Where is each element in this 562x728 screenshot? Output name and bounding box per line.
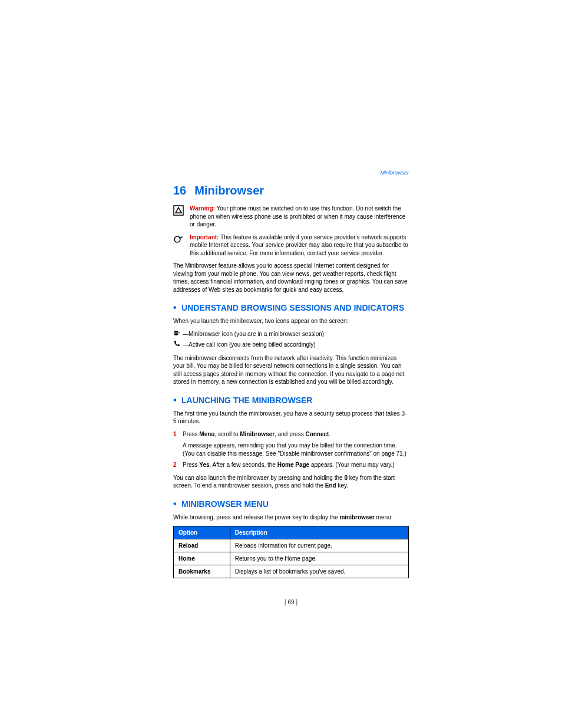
option-cell: Bookmarks: [174, 565, 230, 578]
warning-callout: Warning: Your phone must be switched on …: [173, 205, 409, 229]
step-1-number: 1: [173, 430, 183, 439]
page-number: [ 69 ]: [173, 599, 409, 605]
globe-icon: [173, 330, 180, 338]
table-row: Home Returns you to the Home page.: [174, 552, 409, 565]
important-icon: [173, 233, 190, 245]
section2-p2: You can also launch the minibrowser by p…: [173, 474, 409, 490]
option-cell: Home: [174, 552, 230, 565]
table-header-row: Option Description: [174, 526, 409, 539]
chapter-name: Minibrowser: [194, 184, 264, 197]
intro-paragraph: The Minibrowser feature allows you to ac…: [173, 262, 409, 294]
step-2-number: 2: [173, 461, 183, 469]
page-content: Minibrowser 16Minibrowser Warning: Your …: [173, 170, 409, 578]
section-heading-1: UNDERSTAND BROWSING SESSIONS AND INDICAT…: [173, 303, 409, 312]
section1-p2: The minibrowser disconnects from the net…: [173, 354, 409, 386]
section2-p1: The first time you launch the minibrowse…: [173, 410, 409, 426]
table-row: Reload Reloads information for current p…: [174, 539, 409, 552]
description-cell: Returns you to the Home page.: [230, 552, 408, 565]
section-heading-2: LAUNCHING THE MINIBROWSER: [173, 396, 409, 405]
option-cell: Reload: [174, 539, 230, 552]
svg-point-2: [174, 331, 178, 335]
table-header-option: Option: [174, 526, 230, 539]
warning-icon: [173, 205, 190, 216]
important-callout: Important: This feature is available onl…: [173, 233, 409, 258]
description-cell: Displays a list of bookmarks you've save…: [230, 565, 408, 578]
chapter-title: 16Minibrowser: [173, 184, 409, 197]
step-2: 2 Press Yes. After a few seconds, the Ho…: [173, 461, 409, 469]
warning-label: Warning:: [190, 205, 215, 212]
important-text: Important: This feature is available onl…: [190, 233, 409, 258]
minibrowser-menu-table: Option Description Reload Reloads inform…: [173, 526, 409, 578]
section3-p1: While browsing, press and release the po…: [173, 513, 409, 522]
chapter-number: 16: [173, 184, 186, 197]
active-call-icon-line: —Active call icon (you are being billed …: [173, 340, 409, 350]
step-2-body: Press Yes. After a few seconds, the Home…: [183, 461, 409, 469]
section-heading-3: MINIBROWSER MENU: [173, 499, 409, 509]
header-topic-link[interactable]: Minibrowser: [173, 170, 409, 176]
description-cell: Reloads information for current page.: [230, 539, 408, 552]
step-1-sub: A message appears, reminding you that yo…: [183, 442, 409, 457]
minibrowser-icon-line: —Minibrowser icon (you are in a minibrow…: [173, 330, 409, 338]
step-1-body: Press Menu, scroll to Minibrowser, and p…: [183, 430, 409, 439]
table-row: Bookmarks Displays a list of bookmarks y…: [174, 565, 409, 578]
section1-p1: When you launch the minibrowser, two ico…: [173, 317, 409, 325]
important-label: Important:: [190, 234, 219, 241]
phone-icon: [173, 340, 180, 350]
svg-point-1: [174, 236, 180, 242]
warning-text: Warning: Your phone must be switched on …: [190, 205, 409, 229]
step-1: 1 Press Menu, scroll to Minibrowser, and…: [173, 430, 409, 439]
table-header-description: Description: [230, 526, 408, 539]
